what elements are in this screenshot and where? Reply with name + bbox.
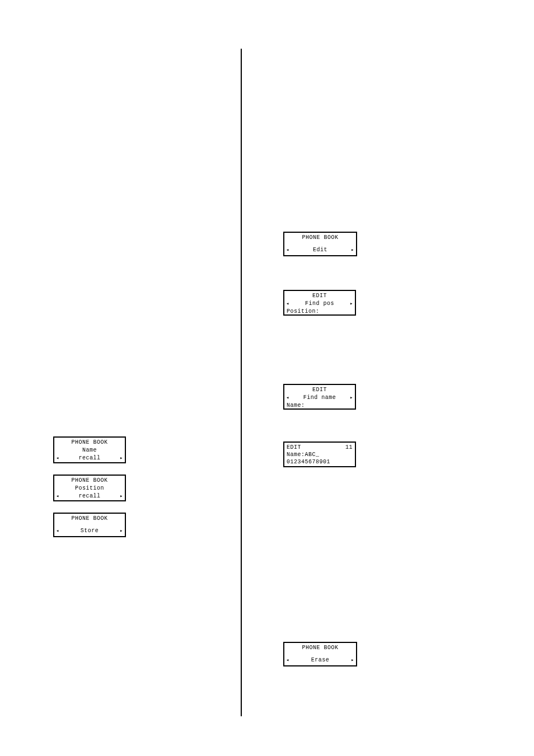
arrow-right-icon: ▸ [350, 246, 355, 254]
lcd-line2: Name [55, 447, 124, 454]
lcd-title: PHONE BOOK [55, 515, 124, 523]
lcd-left: EDIT [285, 444, 301, 452]
lcd-find-name: EDIT ◂ Find name ▸ Name: [283, 384, 356, 410]
arrow-right-icon: ▸ [119, 454, 124, 462]
arrow-left-icon: ◂ [285, 656, 290, 664]
lcd-erase: PHONE BOOK ◂ Erase ▸ [283, 642, 357, 666]
lcd-line2: Find name [303, 394, 336, 402]
lcd-edit: PHONE BOOK ◂ Edit ▸ [283, 232, 357, 256]
column-divider [241, 49, 242, 716]
arrow-left-icon: ◂ [55, 492, 60, 500]
lcd-line3: Position: [285, 308, 354, 316]
lcd-find-pos: EDIT ◂ Find pos ▸ Position: [283, 290, 356, 316]
lcd-line2: Store [81, 527, 99, 535]
arrow-left-icon: ◂ [285, 394, 290, 402]
arrow-right-icon: ▸ [119, 492, 124, 500]
lcd-title: EDIT [285, 292, 354, 300]
lcd-line2: Position [55, 485, 124, 492]
arrow-left-icon: ◂ [285, 246, 290, 254]
lcd-line3: Name: [285, 402, 354, 410]
arrow-left-icon: ◂ [285, 300, 290, 308]
arrow-left-icon: ◂ [55, 454, 60, 462]
lcd-line2: Edit [313, 246, 327, 254]
lcd-edit-entry: EDIT 11 Name:ABC_ 012345678901 [283, 442, 356, 467]
lcd-name-recall: PHONE BOOK Name ◂ recall ▸ [53, 436, 126, 463]
arrow-right-icon: ▸ [349, 300, 354, 308]
lcd-line3: 012345678901 [285, 458, 354, 466]
lcd-title: PHONE BOOK [55, 439, 124, 447]
arrow-right-icon: ▸ [119, 527, 124, 535]
arrow-right-icon: ▸ [350, 656, 355, 664]
lcd-right: 11 [345, 444, 354, 452]
lcd-title: PHONE BOOK [55, 477, 124, 485]
lcd-line3: recall [78, 492, 100, 500]
arrow-right-icon: ▸ [349, 394, 354, 402]
lcd-line2: Erase [311, 656, 330, 664]
lcd-title: PHONE BOOK [285, 234, 355, 242]
lcd-line3: recall [78, 454, 100, 462]
lcd-title: PHONE BOOK [285, 644, 355, 652]
arrow-left-icon: ◂ [55, 527, 60, 535]
lcd-title: EDIT [285, 386, 354, 394]
lcd-store: PHONE BOOK ◂ Store ▸ [53, 513, 126, 537]
lcd-line2: Name:ABC_ [285, 451, 354, 459]
lcd-line2: Find pos [305, 300, 334, 308]
lcd-position-recall: PHONE BOOK Position ◂ recall ▸ [53, 475, 126, 501]
